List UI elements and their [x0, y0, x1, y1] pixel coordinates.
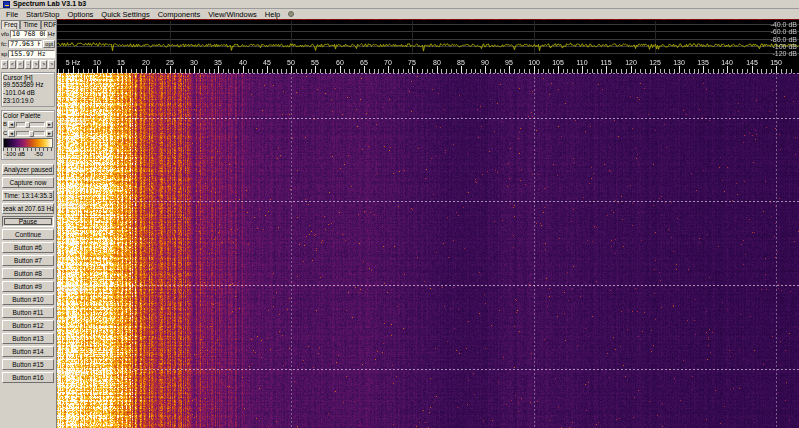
- color-palette-group: Color Palette B ◄ ► C ◄ ► -100 dB -: [1, 110, 55, 160]
- palette-scale-labels: -100 dB -50: [3, 151, 53, 158]
- db-label: -40.0 dB: [771, 21, 797, 28]
- contrast-slider[interactable]: [16, 131, 45, 136]
- menu-help[interactable]: Help: [261, 10, 284, 19]
- span-row: sp: [1, 49, 55, 59]
- button-button-8[interactable]: Button #8: [2, 268, 54, 279]
- button-button-11[interactable]: Button #11: [2, 307, 54, 318]
- menu-file[interactable]: File: [2, 10, 22, 19]
- brightness-slider-row: B ◄ ►: [3, 120, 53, 128]
- menu-view-windows[interactable]: View/Windows: [204, 10, 261, 19]
- brightness-slider[interactable]: [16, 122, 45, 127]
- waterfall-canvas[interactable]: [57, 73, 799, 428]
- button-button-7[interactable]: Button #7: [2, 255, 54, 266]
- brightness-label: B: [3, 121, 7, 127]
- cursor-frequency: 99.553589 Hz: [3, 81, 53, 89]
- contrast-right-arrow-icon[interactable]: ►: [46, 130, 53, 137]
- tab-freq[interactable]: Freq: [1, 20, 20, 29]
- control-panel: FreqTimeRDF vfo Hz fc: opt sp <<<->>> Cu…: [0, 19, 57, 428]
- span-label: sp: [1, 51, 7, 57]
- vfo-row: vfo Hz: [1, 29, 55, 39]
- cursor-group: Cursor [H] 99.553589 Hz -101.04 dB 23:10…: [1, 72, 55, 107]
- fc-options-button[interactable]: opt: [43, 40, 55, 48]
- menu-quick-settings[interactable]: Quick Settings: [97, 10, 153, 19]
- programmable-buttons: Analyzer pausedCapture nowTime: 13:14:35…: [1, 163, 55, 384]
- contrast-slider-thumb[interactable]: [29, 131, 34, 137]
- window-title: Spectrum Lab V3.1 b3: [13, 0, 86, 8]
- contrast-left-arrow-icon[interactable]: ◄: [8, 130, 15, 137]
- display-area: -40.0 dB-60.0 dB-80.0 dB-100 dB-120 dB 2…: [57, 19, 799, 428]
- waterfall-display: 23:25:0023:20:0023:15:0023:10:00: [57, 73, 799, 428]
- cursor-group-title: Cursor [H]: [3, 74, 53, 81]
- stepper-button-5[interactable]: >: [40, 60, 47, 69]
- time-label: 23:25:00: [59, 119, 86, 126]
- menu-components[interactable]: Components: [154, 10, 205, 19]
- frequency-scale: [57, 57, 799, 73]
- title-bar: Spectrum Lab V3.1 b3: [0, 0, 799, 9]
- button-button-14[interactable]: Button #14: [2, 346, 54, 357]
- panel-tabs: FreqTimeRDF: [1, 20, 55, 29]
- menu-options[interactable]: Options: [63, 10, 97, 19]
- fc-row: fc: opt: [1, 39, 55, 49]
- palette-scale-max: -50: [34, 151, 43, 158]
- brightness-right-arrow-icon[interactable]: ►: [46, 121, 53, 128]
- tab-rdf[interactable]: RDF: [41, 20, 57, 29]
- app-window: Spectrum Lab V3.1 b3 FileStart/StopOptio…: [0, 0, 799, 428]
- stepper-button-1[interactable]: <: [9, 60, 16, 69]
- palette-gradient-bar[interactable]: [3, 138, 53, 148]
- span-input[interactable]: [8, 50, 55, 58]
- menu-items: FileStart/StopOptionsQuick SettingsCompo…: [2, 10, 284, 19]
- spectrum-graph: -40.0 dB-60.0 dB-80.0 dB-100 dB-120 dB: [57, 19, 799, 57]
- time-label: 23:15:00: [59, 286, 86, 293]
- button-button-13[interactable]: Button #13: [2, 333, 54, 344]
- button-button-16[interactable]: Button #16: [2, 372, 54, 383]
- button-capture-now[interactable]: Capture now: [2, 177, 54, 188]
- contrast-slider-row: C ◄ ►: [3, 129, 53, 137]
- palette-scale-min: -100 dB: [4, 151, 25, 158]
- button-analyzer-paused[interactable]: Analyzer paused: [2, 164, 54, 175]
- db-label: -100 dB: [772, 43, 797, 50]
- fc-input[interactable]: [8, 40, 42, 48]
- vfo-input[interactable]: [10, 30, 47, 38]
- button-peak-at-207-63-hz[interactable]: peak at 207.63 Hz: [2, 203, 54, 214]
- stepper-button-3[interactable]: -: [25, 60, 32, 69]
- app-icon: [3, 1, 10, 8]
- button-button-12[interactable]: Button #12: [2, 320, 54, 331]
- stepper-button-0[interactable]: <: [1, 60, 8, 69]
- menu-bar: FileStart/StopOptionsQuick SettingsCompo…: [0, 9, 799, 19]
- button-button-10[interactable]: Button #10: [2, 294, 54, 305]
- tab-time[interactable]: Time: [20, 20, 40, 29]
- button-time-13-14-35-3[interactable]: Time: 13:14:35.3: [2, 190, 54, 201]
- spectrum-canvas[interactable]: [57, 19, 799, 57]
- db-label: -80.0 dB: [771, 36, 797, 43]
- color-palette-title: Color Palette: [3, 112, 53, 119]
- vfo-unit: Hz: [48, 31, 55, 37]
- brightness-left-arrow-icon[interactable]: ◄: [8, 121, 15, 128]
- brightness-slider-thumb[interactable]: [25, 122, 30, 128]
- main-area: FreqTimeRDF vfo Hz fc: opt sp <<<->>> Cu…: [0, 19, 799, 428]
- button-button-6[interactable]: Button #6: [2, 242, 54, 253]
- db-label: -60.0 dB: [771, 28, 797, 35]
- time-label: 23:20:00: [59, 202, 86, 209]
- cursor-level: -101.04 dB: [3, 89, 53, 97]
- time-label: 23:10:00: [59, 370, 86, 377]
- contrast-label: C: [3, 130, 7, 136]
- button-pause[interactable]: Pause: [2, 216, 54, 227]
- button-button-15[interactable]: Button #15: [2, 359, 54, 370]
- fc-label: fc:: [1, 41, 7, 47]
- stepper-button-2[interactable]: <: [17, 60, 24, 69]
- status-led-icon: [288, 11, 294, 17]
- db-label: -120 dB: [772, 50, 797, 57]
- menu-start-stop[interactable]: Start/Stop: [22, 10, 63, 19]
- button-button-9[interactable]: Button #9: [2, 281, 54, 292]
- stepper-button-4[interactable]: >: [32, 60, 39, 69]
- frequency-scale-canvas[interactable]: [57, 57, 799, 73]
- cursor-time: 23:10:19.0: [3, 97, 53, 105]
- stepper-button-6[interactable]: >: [48, 60, 55, 69]
- vfo-label: vfo: [1, 31, 9, 37]
- button-continue[interactable]: Continue: [2, 229, 54, 240]
- frequency-stepper-row: <<<->>>: [1, 60, 55, 69]
